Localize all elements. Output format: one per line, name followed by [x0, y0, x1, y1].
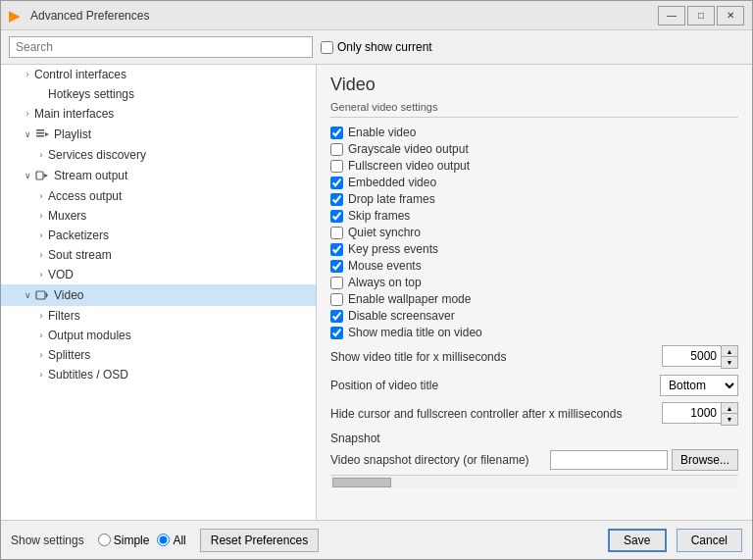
checkbox-disable-screensaver[interactable] [330, 310, 343, 323]
sidebar-item-packetizers[interactable]: › Packetizers [1, 226, 316, 245]
checkbox-key-press[interactable] [330, 243, 343, 256]
sidebar-item-subtitles-osd[interactable]: › Subtitles / OSD [1, 365, 316, 384]
sidebar-item-output-modules[interactable]: › Output modules [1, 326, 316, 345]
checkbox-always-on-top[interactable] [330, 277, 343, 289]
setting-label-show-title-ms: Show video title for x milliseconds [330, 350, 662, 364]
label-embedded: Embedded video [348, 176, 436, 189]
sidebar-label-control-interfaces: Control interfaces [34, 68, 126, 81]
svg-marker-3 [45, 132, 49, 136]
minimize-button[interactable]: — [658, 6, 685, 25]
checkbox-enable-video[interactable] [330, 127, 343, 139]
sidebar-item-services-discovery[interactable]: › Services discovery [1, 145, 316, 165]
search-input[interactable] [9, 36, 313, 58]
spinbox-show-title-ms: ▲ ▼ [662, 345, 738, 369]
sidebar-label-hotkeys: Hotkeys settings [48, 87, 134, 101]
right-panel: Video General video settings Enable vide… [317, 65, 752, 520]
checkbox-quiet-synchro[interactable] [330, 227, 343, 239]
sidebar-item-hotkeys[interactable]: Hotkeys settings [1, 84, 316, 104]
radio-all[interactable] [157, 534, 170, 546]
h-scroll-thumb[interactable] [332, 478, 391, 487]
sidebar-item-muxers[interactable]: › Muxers [1, 206, 316, 226]
checkbox-embedded[interactable] [330, 177, 343, 189]
svg-rect-4 [36, 172, 43, 179]
label-enable-video: Enable video [348, 126, 416, 139]
check-row-drop-late: Drop late frames [330, 192, 738, 206]
setting-row-hide-cursor: Hide cursor and fullscreen controller af… [330, 402, 738, 426]
sidebar-item-stream-output[interactable]: ∨ Stream output [1, 165, 316, 186]
sidebar-item-control-interfaces[interactable]: › Control interfaces [1, 65, 316, 84]
checkbox-grayscale[interactable] [330, 143, 343, 156]
spin-buttons-show-title-ms: ▲ ▼ [721, 345, 738, 369]
sidebar-item-filters[interactable]: › Filters [1, 306, 316, 326]
snapshot-dir-input[interactable] [550, 450, 668, 470]
top-bar: Only show current [1, 30, 752, 65]
only-show-current-checkbox[interactable] [321, 41, 333, 54]
only-show-current-label: Only show current [337, 40, 432, 54]
label-quiet-synchro: Quiet synchro [348, 226, 421, 239]
radio-simple-label: Simple [114, 534, 150, 547]
spin-up-show-title-ms[interactable]: ▲ [722, 346, 737, 357]
snapshot-dir-row: Video snapshot directory (or filename) B… [330, 449, 738, 471]
browse-button[interactable]: Browse... [672, 449, 738, 471]
spin-down-hide-cursor[interactable]: ▼ [722, 414, 737, 425]
check-row-quiet-synchro: Quiet synchro [330, 226, 738, 239]
save-button[interactable]: Save [608, 529, 667, 552]
check-row-disable-screensaver: Disable screensaver [330, 309, 738, 323]
app-icon: ▶ [9, 8, 25, 24]
expander-icon: › [34, 329, 48, 342]
check-row-embedded: Embedded video [330, 176, 738, 189]
spin-up-hide-cursor[interactable]: ▲ [722, 403, 737, 414]
radio-all-label: All [173, 534, 185, 547]
spin-down-show-title-ms[interactable]: ▼ [722, 357, 737, 368]
checkbox-skip-frames[interactable] [330, 210, 343, 223]
sidebar-label-vod: VOD [48, 268, 74, 281]
label-disable-screensaver: Disable screensaver [348, 309, 455, 323]
check-row-enable-video: Enable video [330, 126, 738, 139]
close-button[interactable]: ✕ [717, 6, 744, 25]
spinbox-input-show-title-ms[interactable] [662, 345, 721, 367]
spinbox-input-hide-cursor[interactable] [662, 402, 721, 424]
sidebar-item-access-output[interactable]: › Access output [1, 186, 316, 206]
expander-icon: ∨ [21, 288, 34, 302]
label-show-media-title: Show media title on video [348, 326, 482, 339]
horizontal-scrollbar[interactable] [330, 475, 738, 488]
expander-icon: › [34, 248, 48, 262]
label-drop-late: Drop late frames [348, 192, 435, 206]
snapshot-section: Snapshot Video snapshot directory (or fi… [330, 432, 738, 471]
checkbox-drop-late[interactable] [330, 193, 343, 206]
sidebar-item-splitters[interactable]: › Splitters [1, 345, 316, 365]
sidebar-label-sout-stream: Sout stream [48, 248, 112, 262]
expander-icon: › [34, 368, 48, 382]
sidebar-label-video: Video [54, 288, 83, 302]
expander-icon: › [21, 68, 34, 81]
svg-rect-1 [36, 132, 44, 134]
checkbox-mouse-events[interactable] [330, 260, 343, 273]
check-row-show-media-title: Show media title on video [330, 326, 738, 339]
expander-icon: ∨ [21, 127, 34, 141]
sidebar-item-main-interfaces[interactable]: › Main interfaces [1, 104, 316, 124]
select-position-title[interactable]: Bottom Top Left Right Center [660, 375, 738, 396]
checkbox-wallpaper[interactable] [330, 293, 343, 306]
sidebar-item-video[interactable]: ∨ Video [1, 284, 316, 306]
expander-icon: › [34, 348, 48, 362]
check-row-fullscreen: Fullscreen video output [330, 159, 738, 173]
stream-output-icon [34, 168, 50, 183]
setting-row-position-title: Position of video title Bottom Top Left … [330, 375, 738, 396]
checkboxes-section: Enable video Grayscale video output Full… [330, 126, 738, 339]
checkbox-show-media-title[interactable] [330, 327, 343, 339]
check-row-mouse-events: Mouse events [330, 259, 738, 273]
sidebar-item-sout-stream[interactable]: › Sout stream [1, 245, 316, 265]
cancel-button[interactable]: Cancel [677, 529, 742, 552]
maximize-button[interactable]: □ [687, 6, 715, 25]
check-row-key-press: Key press events [330, 242, 738, 256]
radio-simple-row: Simple [98, 534, 150, 547]
checkbox-fullscreen[interactable] [330, 160, 343, 173]
title-bar: ▶ Advanced Preferences — □ ✕ [1, 1, 752, 30]
expander-placeholder [34, 87, 48, 101]
spinbox-hide-cursor: ▲ ▼ [662, 402, 738, 426]
reset-preferences-button[interactable]: Reset Preferences [200, 529, 319, 552]
sidebar-label-muxers: Muxers [48, 209, 86, 223]
sidebar-item-vod[interactable]: › VOD [1, 265, 316, 284]
radio-simple[interactable] [98, 534, 111, 546]
sidebar-item-playlist[interactable]: ∨ Playlist [1, 124, 316, 145]
